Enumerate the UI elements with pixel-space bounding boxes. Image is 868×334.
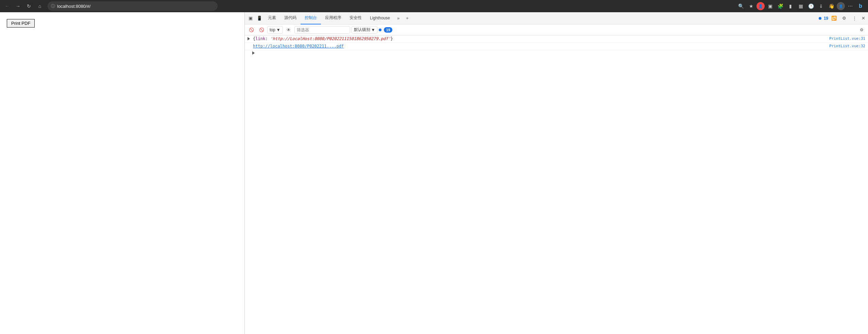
more-tabs-icon[interactable]: » [394,14,403,23]
tab-console[interactable]: 控制台 [301,12,321,24]
tab-elements[interactable]: 元素 [264,12,280,24]
dock-position-icon[interactable]: 🔁 [830,14,838,23]
print-pdf-button[interactable]: Print PDF [7,19,35,28]
avatar-btn[interactable]: 👤 [837,2,845,10]
entry-1-brace-close: } [391,36,393,41]
console-entry-1: {link: 'http://LocalHost:8080/P020221115… [245,35,868,43]
context-value: top [270,28,275,32]
collections-btn[interactable]: ▦ [796,1,805,11]
console-output: {link: 'http://LocalHost:8080/P020221115… [245,35,868,334]
entry-1-source[interactable]: PrintList.vue:31 [829,36,865,41]
inspect-element-icon[interactable]: ▣ [246,14,255,23]
device-toolbar-icon[interactable]: 📱 [255,14,264,23]
tab-lighthouse[interactable]: Lighthouse [366,12,394,24]
add-tab-icon[interactable]: + [403,14,412,23]
entry-2-content: http://localhost:8080/P0202211....pdf [253,44,827,49]
error-badge-dot [379,29,381,31]
puzzle-btn[interactable]: 🧩 [776,1,785,11]
edge-logo: b [856,1,865,11]
notification-dot [819,17,821,20]
console-settings-icon[interactable]: ⚙ [857,25,866,34]
entry-2-source[interactable]: PrintList.vue:32 [829,44,865,48]
console-entry-2: http://localhost:8080/P0202211....pdf Pr… [245,43,868,50]
tab-security[interactable]: 安全性 [345,12,366,24]
downloads-btn[interactable]: ⇓ [816,1,826,11]
help-btn[interactable]: 👋 [827,1,836,11]
clear-console-icon[interactable]: 🚫 [247,25,256,34]
devtools-header-icons: 19 🔁 ⚙ ⋮ ✕ [819,14,867,23]
block-icon[interactable]: 🚫 [257,25,266,34]
filter-input[interactable] [294,26,350,34]
refresh-button[interactable]: ↻ [24,2,33,11]
entry-1-key: link [255,36,265,41]
settings-icon[interactable]: ⚙ [840,14,849,23]
tab-sources[interactable]: 源代码 [280,12,301,24]
entry-1-content: {link: 'http://LocalHost:8080/P020221115… [253,36,827,41]
home-button[interactable]: ⌂ [35,2,44,11]
extensions-btn[interactable]: ▣ [765,1,775,11]
main-layout: Print PDF ▣ 📱 元素 源代码 控制台 应用程序 安全性 Lighth… [0,12,868,334]
address-bar[interactable]: ⓘ localhost:8080/#/ [48,1,218,11]
more-btn[interactable]: ⋯ [846,1,855,11]
entry-1-value: 'http://LocalHost:8080/P0202211150186295… [270,36,391,41]
devtools-panel: ▣ 📱 元素 源代码 控制台 应用程序 安全性 Lighthouse » + 1… [245,12,868,334]
log-level-value: 默认级别 [354,27,370,33]
log-level-chevron-icon: ▼ [371,28,375,32]
context-selector[interactable]: top ▼ [267,26,283,34]
info-icon: ⓘ [51,3,55,9]
console-entry-3 [245,50,868,56]
history-btn[interactable]: 🕐 [806,1,816,11]
error-count-badge: 19 [384,27,392,33]
context-chevron-icon: ▼ [276,28,280,32]
expand-icon-1[interactable] [248,37,252,41]
devtools-close-button[interactable]: ✕ [860,16,867,21]
search-action-btn[interactable]: 🔍 [736,1,746,11]
browser-actions: 🔍 ★ 👤 ▣ 🧩 ▮ ▦ 🕐 ⇓ 👋 👤 ⋯ b [736,1,865,11]
eye-icon[interactable]: 👁 [284,25,293,34]
expand-icon-2 [248,44,252,49]
console-toolbar: 🚫 🚫 top ▼ 👁 默认级别 ▼ 19 ⚙ [245,24,868,35]
entry-2-link[interactable]: http://localhost:8080/P0202211....pdf [253,44,344,49]
profile-circle-btn[interactable]: 👤 [756,2,765,10]
favorites-btn[interactable]: ★ [746,1,756,11]
log-level-selector[interactable]: 默认级别 ▼ [352,26,378,34]
webpage-area: Print PDF [0,12,245,334]
devtools-more-icon[interactable]: ⋮ [850,14,859,23]
forward-button[interactable]: → [14,2,22,11]
devtools-tabs: ▣ 📱 元素 源代码 控制台 应用程序 安全性 Lighthouse » + 1… [245,12,868,24]
chevron-icon-3[interactable] [252,51,255,55]
tab-application[interactable]: 应用程序 [321,12,345,24]
back-button[interactable]: ← [3,2,12,11]
url-text: localhost:8080/#/ [57,4,214,9]
notification-count: 19 [824,16,828,21]
browser-chrome: ← → ↻ ⌂ ⓘ localhost:8080/#/ 🔍 ★ 👤 ▣ 🧩 ▮ … [0,0,868,12]
sidebar-btn[interactable]: ▮ [786,1,795,11]
entry-1-colon: : [265,36,270,41]
